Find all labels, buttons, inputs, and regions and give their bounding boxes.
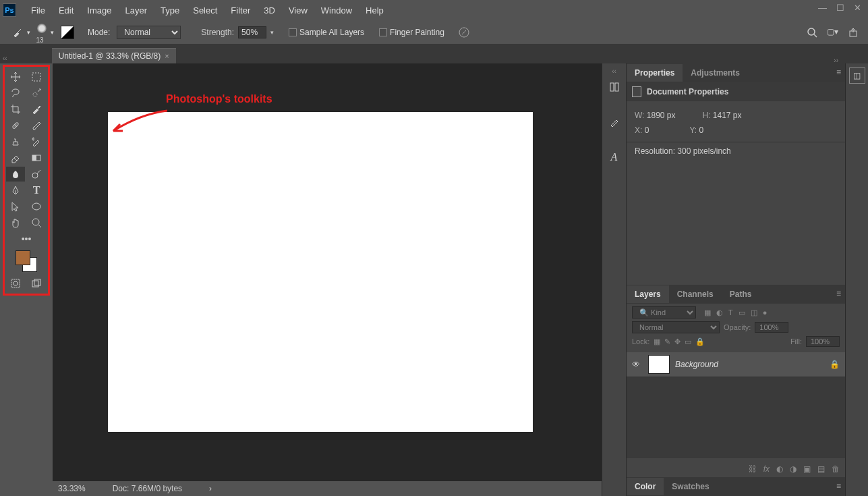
menu-help[interactable]: Help (359, 5, 390, 16)
layer-filter-select[interactable]: 🔍 Kind (632, 306, 696, 319)
fx-icon[interactable]: fx (763, 464, 770, 474)
layer-row[interactable]: 👁 Background 🔒 (627, 352, 845, 377)
lasso-tool[interactable] (6, 86, 25, 101)
expand-right-icon[interactable]: ‹‹ (602, 66, 626, 76)
menu-edit[interactable]: Edit (52, 5, 80, 16)
finger-painting-checkbox[interactable]: Finger Painting (379, 28, 444, 37)
lock-paint-icon[interactable]: ✎ (664, 337, 670, 346)
pen-tool[interactable] (6, 183, 25, 198)
search-icon[interactable] (807, 27, 817, 38)
canvas[interactable] (108, 112, 533, 432)
menu-filter[interactable]: Filter (224, 5, 257, 16)
visibility-icon[interactable]: 👁 (632, 360, 643, 369)
share-icon[interactable] (848, 27, 859, 38)
tool-preset[interactable]: ▾ (12, 27, 30, 38)
brush-panel-toggle[interactable] (61, 26, 74, 39)
libraries-icon[interactable]: ◫ (849, 67, 865, 84)
mask-icon[interactable]: ◐ (776, 464, 783, 474)
smudge-tool[interactable] (6, 167, 25, 182)
panel-collapse-icon[interactable]: ›› (625, 55, 844, 65)
tab-color[interactable]: Color (627, 478, 664, 495)
filter-smart-icon[interactable]: ◫ (751, 308, 757, 317)
strength-input[interactable] (238, 26, 266, 38)
eyedropper-tool[interactable] (27, 102, 46, 117)
quick-select-tool[interactable] (27, 86, 46, 101)
path-select-tool[interactable] (6, 199, 25, 214)
filter-pixel-icon[interactable]: ▦ (704, 308, 711, 317)
brush-preset[interactable]: 13 ▾ (37, 24, 54, 40)
filter-toggle-icon[interactable]: ● (763, 308, 768, 317)
filter-type-icon[interactable]: T (728, 308, 733, 317)
tab-channels[interactable]: Channels (669, 285, 722, 303)
canvas-area[interactable]: Photoshop's toolkits 33.33% Doc: 7.66M/0… (53, 63, 602, 496)
history-panel-icon[interactable] (605, 78, 624, 97)
tab-adjustments[interactable]: Adjustments (683, 64, 748, 82)
close-icon[interactable]: ✕ (854, 3, 861, 13)
collapse-left-icon[interactable]: ‹‹ (0, 53, 10, 63)
brush-panel-icon[interactable] (605, 113, 624, 132)
menu-image[interactable]: Image (80, 5, 118, 16)
tab-paths[interactable]: Paths (722, 285, 760, 303)
zoom-tool[interactable] (27, 215, 46, 230)
tab-properties[interactable]: Properties (627, 64, 683, 82)
blend-mode[interactable]: Normal (632, 321, 720, 333)
menu-window[interactable]: Window (314, 5, 359, 16)
marquee-tool[interactable] (27, 70, 46, 84)
tab-close-icon[interactable]: × (165, 52, 169, 60)
menu-file[interactable]: File (24, 5, 52, 16)
clone-stamp-tool[interactable] (6, 134, 25, 149)
adjustment-icon[interactable]: ◑ (790, 464, 797, 474)
layer-name[interactable]: Background (675, 360, 824, 369)
layer-thumbnail[interactable] (648, 355, 670, 374)
workspace-icon[interactable]: ▢▾ (827, 27, 838, 38)
sample-all-layers-checkbox[interactable]: Sample All Layers (289, 28, 364, 37)
layers-tabs: Layers Channels Paths ≡ (627, 285, 845, 304)
pressure-icon[interactable] (458, 26, 470, 38)
hand-tool[interactable] (6, 215, 25, 230)
delete-icon[interactable]: 🗑 (832, 464, 840, 474)
menu-view[interactable]: View (282, 5, 314, 16)
tab-swatches[interactable]: Swatches (664, 478, 717, 495)
minimize-icon[interactable]: ― (818, 3, 827, 13)
filter-shape-icon[interactable]: ▭ (739, 308, 745, 317)
move-tool[interactable] (6, 70, 25, 84)
crop-tool[interactable] (6, 102, 25, 117)
shape-tool[interactable] (27, 199, 46, 214)
zoom-level[interactable]: 33.33% (58, 484, 86, 493)
document-tab[interactable]: Untitled-1 @ 33.3% (RGB/8) × (52, 48, 176, 63)
menu-type[interactable]: Type (154, 5, 186, 16)
dodge-tool[interactable] (27, 167, 46, 182)
link-layers-icon[interactable]: ⛓ (749, 464, 757, 474)
lock-all-icon[interactable]: 🔒 (695, 337, 705, 346)
history-brush-tool[interactable] (27, 134, 46, 149)
menu-3d[interactable]: 3D (257, 5, 282, 16)
character-panel-icon[interactable]: A (605, 148, 624, 167)
filter-adjust-icon[interactable]: ◐ (716, 308, 723, 317)
status-chevron-icon[interactable]: › (209, 484, 212, 493)
lock-position-icon[interactable]: ✥ (674, 337, 681, 346)
tab-layers[interactable]: Layers (627, 285, 669, 303)
foreground-color[interactable] (16, 250, 30, 265)
healing-tool[interactable] (6, 118, 25, 133)
eraser-tool[interactable] (6, 150, 25, 165)
fill-input[interactable] (806, 336, 840, 347)
menu-select[interactable]: Select (186, 5, 224, 16)
group-icon[interactable]: ▣ (803, 464, 811, 474)
more-tools[interactable]: ••• (17, 231, 36, 246)
gradient-tool[interactable] (27, 150, 46, 165)
new-layer-icon[interactable]: ▤ (817, 464, 825, 474)
brush-tool[interactable] (27, 118, 46, 133)
lock-pixels-icon[interactable]: ▦ (654, 337, 660, 346)
maximize-icon[interactable]: ☐ (836, 3, 844, 13)
panel-menu-icon[interactable]: ≡ (836, 67, 841, 77)
quick-mask-tool[interactable] (6, 276, 25, 291)
lock-artboard-icon[interactable]: ▭ (685, 337, 691, 346)
color-menu-icon[interactable]: ≡ (836, 481, 841, 491)
text-tool[interactable]: T (27, 183, 46, 198)
layers-menu-icon[interactable]: ≡ (836, 289, 841, 298)
screen-mode-tool[interactable] (27, 276, 46, 291)
color-swatches[interactable] (16, 250, 37, 272)
opacity-input[interactable] (755, 322, 788, 333)
menu-layer[interactable]: Layer (119, 5, 154, 16)
blend-mode-select[interactable]: Normal (117, 26, 181, 39)
